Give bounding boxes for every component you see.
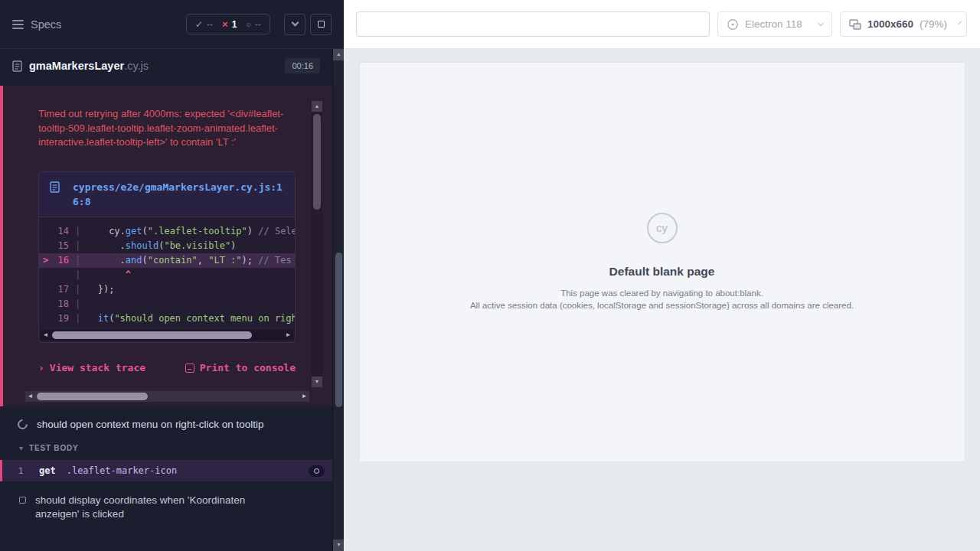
scroll-down-icon[interactable]: ▼: [333, 540, 344, 551]
error-actions: › View stack trace Print to console: [38, 362, 296, 373]
command-log-row[interactable]: 1 get .leaflet-marker-icon: [0, 460, 332, 481]
specs-label: Specs: [31, 18, 61, 31]
stat-pending: ○ --: [246, 19, 261, 30]
url-input[interactable]: [356, 11, 710, 37]
error-code-frame: cypress/e2e/gmaMarkersLayer.cy.js:16:8 1…: [38, 171, 296, 343]
spec-name[interactable]: gmaMarkersLayer: [29, 60, 124, 72]
view-stack-trace-link[interactable]: › View stack trace: [38, 362, 145, 373]
test-item-pending[interactable]: should display coordinates when 'Koordin…: [0, 481, 332, 530]
chevron-down-icon: [291, 19, 299, 27]
chevron-down-icon: [958, 21, 962, 25]
running-spinner-icon: [15, 417, 29, 431]
scroll-down-icon[interactable]: ▼: [312, 377, 322, 387]
vscroll-thumb[interactable]: [313, 114, 321, 210]
chevron-down-icon: [818, 20, 824, 26]
specs-menu-button[interactable]: Specs: [12, 18, 61, 31]
check-icon: ✓: [195, 19, 203, 30]
blank-page-line2: All active session data (cookies, localS…: [470, 299, 854, 312]
code-line: >16| .and("contain", "LT :"); // Tes: [39, 253, 295, 268]
aut-blank-page: cy Default blank page This page was clea…: [360, 63, 965, 461]
scroll-right-icon[interactable]: ►: [283, 330, 293, 341]
command-spinner-icon: [314, 468, 319, 474]
code-line: | ^: [39, 268, 295, 282]
scroll-right-icon[interactable]: ►: [299, 391, 309, 402]
code-line: 19| it("should open context menu on righ: [39, 311, 295, 326]
spec-extension: .cy.js: [124, 60, 149, 72]
command-progress-badge: [309, 465, 325, 477]
command-message: .leaflet-marker-icon: [67, 465, 309, 476]
aut-header: Electron 118 1000x660 (79%): [344, 0, 980, 49]
hscroll-thumb[interactable]: [52, 331, 252, 339]
spec-header: gmaMarkersLayer .cy.js 00:16: [0, 49, 332, 83]
pending-count: --: [255, 19, 261, 30]
test-body-toggle[interactable]: ▾ TEST BODY: [0, 439, 332, 458]
code-line: 14| cy.get(".leaflet-tooltip") // Sele: [39, 224, 295, 239]
viewport-scale-icon: [849, 19, 861, 30]
print-icon: [185, 364, 194, 373]
failed-attempt-error: Timed out retrying after 4000ms: expecte…: [0, 86, 332, 406]
blank-page-title: Default blank page: [609, 265, 715, 279]
test-item-running[interactable]: should open context menu on right-click …: [0, 406, 332, 439]
spec-duration: 00:16: [285, 58, 320, 73]
code-frame-lines: 14| cy.get(".leaflet-tooltip") // Sele15…: [39, 217, 295, 328]
scroll-left-icon[interactable]: ◄: [25, 391, 35, 402]
cypress-logo: cy: [647, 213, 678, 243]
code-line: 18|: [39, 297, 295, 311]
viewport-size: 1000x660: [867, 18, 913, 30]
code-file-icon: [50, 181, 60, 193]
app: Specs ✓ -- × 1 ○ --: [0, 0, 980, 551]
print-to-console-button[interactable]: Print to console: [185, 362, 296, 373]
test-title: should display coordinates when 'Koordin…: [35, 494, 288, 521]
stat-failed: × 1: [222, 18, 237, 30]
test-body-label: TEST BODY: [29, 444, 78, 452]
failed-count: 1: [232, 19, 237, 30]
test-stats: ✓ -- × 1 ○ --: [186, 14, 270, 34]
pending-icon: ○: [246, 20, 251, 29]
chevron-down-icon: ▾: [19, 444, 23, 452]
electron-icon: [727, 18, 739, 31]
stop-run-button[interactable]: [310, 14, 332, 35]
error-hscrollbar[interactable]: ◄ ►: [25, 391, 309, 402]
code-frame-header: cypress/e2e/gmaMarkersLayer.cy.js:16:8: [39, 172, 295, 217]
viewport-scale: (79%): [920, 18, 947, 30]
error-message: Timed out retrying after 4000ms: expecte…: [38, 107, 292, 150]
error-vscrollbar[interactable]: ▲ ▼: [312, 101, 322, 387]
passed-count: --: [207, 19, 213, 30]
reporter-panel: Specs ✓ -- × 1 ○ --: [0, 0, 344, 551]
code-line: 15| .should("be.visible"): [39, 239, 295, 253]
collapse-tests-button[interactable]: [284, 14, 305, 35]
command-number: 1: [2, 466, 39, 476]
code-line: 17| });: [39, 282, 295, 297]
reporter-vscrollbar[interactable]: ▲ ▼: [332, 49, 344, 551]
scroll-up-icon[interactable]: ▲: [312, 101, 322, 112]
browser-selector[interactable]: Electron 118: [717, 11, 832, 37]
specs-list-icon: [12, 20, 24, 29]
spec-file-icon: [12, 60, 22, 72]
stat-passed: ✓ --: [195, 19, 213, 30]
reporter-header: Specs ✓ -- × 1 ○ --: [0, 0, 344, 49]
code-frame-file-link[interactable]: cypress/e2e/gmaMarkersLayer.cy.js:16:8: [73, 180, 284, 209]
chevron-right-icon: ›: [38, 362, 44, 373]
scroll-up-icon[interactable]: ▲: [333, 49, 344, 60]
aut-stage: cy Default blank page This page was clea…: [344, 49, 980, 551]
blank-page-line1: This page was cleared by navigating to a…: [560, 287, 763, 300]
browser-label: Electron 118: [745, 18, 802, 30]
vscroll-thumb[interactable]: [335, 253, 342, 407]
scroll-left-icon[interactable]: ◄: [41, 330, 51, 341]
test-title: should open context menu on right-click …: [37, 418, 263, 432]
pending-test-icon: [19, 497, 26, 504]
viewport-selector[interactable]: 1000x660 (79%): [840, 11, 967, 37]
stop-icon: [318, 21, 325, 28]
code-frame-hscrollbar[interactable]: ◄ ►: [41, 330, 293, 341]
fail-icon: ×: [222, 18, 228, 30]
command-method: get: [39, 465, 56, 476]
reporter-content: Timed out retrying after 4000ms: expecte…: [0, 83, 332, 551]
aut-panel: Electron 118 1000x660 (79%) cy Default b…: [344, 0, 980, 551]
hscroll-thumb[interactable]: [37, 393, 148, 400]
